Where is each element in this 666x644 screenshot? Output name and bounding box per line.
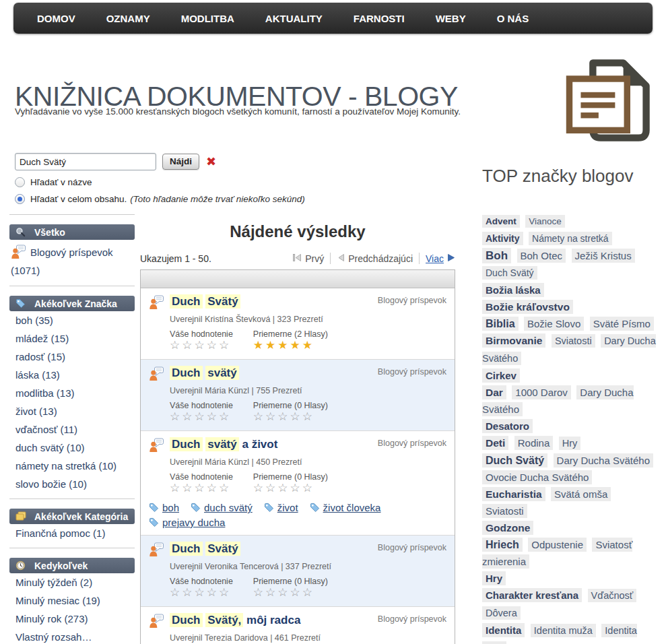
star-icon[interactable]: ☆ [265, 410, 277, 423]
blog-tag[interactable]: Godzone [482, 521, 533, 535]
radio-search-title[interactable] [15, 177, 25, 187]
filter-item[interactable]: mládež (15) [9, 329, 135, 348]
result-tag-link[interactable]: duch svätý [191, 502, 253, 513]
radio-search-content[interactable] [15, 194, 25, 204]
pagination-first[interactable]: Prvý [292, 253, 324, 264]
search-button[interactable]: Nájdi [162, 154, 199, 170]
result-title-link[interactable]: Duch Svätý [170, 542, 378, 556]
blog-tag[interactable]: Deti [482, 436, 508, 450]
star-icon[interactable]: ☆ [219, 586, 231, 599]
nav-item-aktuality[interactable]: AKTUALITY [250, 13, 338, 24]
filter-item[interactable]: Minulý mesiac (19) [9, 591, 135, 610]
star-icon[interactable]: ☆ [253, 482, 265, 494]
blog-tag[interactable]: Identita muža [531, 624, 596, 637]
star-icon[interactable]: ☆ [207, 586, 219, 599]
filter-item[interactable]: námety na stretká (10) [9, 457, 135, 475]
rating-stars[interactable]: ★★★★★ [253, 339, 328, 352]
blog-tag[interactable]: Božie kráľovstvo [482, 300, 573, 314]
star-icon[interactable]: ☆ [170, 339, 182, 352]
star-icon[interactable]: ☆ [182, 586, 194, 599]
blog-tag[interactable]: Vďačnosť [588, 589, 637, 602]
result-title-link[interactable]: Duch svätý [170, 366, 378, 381]
blog-tag[interactable]: Birmovanie [482, 333, 545, 348]
filter-item[interactable]: láska (13) [9, 366, 135, 384]
blog-tag[interactable]: Dar [482, 385, 506, 399]
star-icon[interactable]: ☆ [277, 586, 290, 599]
filter-header-all[interactable]: Všetko [9, 224, 135, 240]
blog-tag[interactable]: Boh [482, 248, 511, 263]
star-icon[interactable]: ☆ [182, 410, 194, 423]
blog-tag[interactable]: Advent [482, 215, 520, 228]
star-icon[interactable]: ★ [302, 339, 314, 352]
filter-item[interactable]: Finančná pomoc (1) [9, 524, 135, 542]
blog-tag[interactable]: Sväté Písmo [590, 317, 654, 331]
rating-stars[interactable]: ☆☆☆☆☆ [170, 482, 233, 495]
blog-tag[interactable]: Charakter kresťana [482, 588, 582, 602]
filter-item[interactable]: Minulý rok (273) [9, 610, 135, 628]
star-icon[interactable]: ☆ [170, 482, 182, 494]
star-icon[interactable]: ★ [265, 339, 277, 352]
star-icon[interactable]: ☆ [290, 586, 302, 599]
star-icon[interactable]: ☆ [207, 339, 219, 352]
blog-tag[interactable]: Aktivity [482, 232, 523, 245]
nav-item-o-n-s[interactable]: O NÁS [481, 13, 545, 24]
star-icon[interactable]: ☆ [253, 586, 265, 599]
blog-tag[interactable]: Rodina [514, 436, 554, 450]
star-icon[interactable]: ☆ [195, 410, 207, 423]
star-icon[interactable]: ☆ [290, 482, 302, 494]
filter-item[interactable]: Vlastný rozsah… [9, 628, 135, 644]
blog-tag[interactable]: Vianoce [525, 215, 565, 228]
result-tag-link[interactable]: boh [149, 502, 179, 513]
star-icon[interactable]: ☆ [302, 482, 314, 494]
rating-stars[interactable]: ☆☆☆☆☆ [253, 482, 328, 495]
star-icon[interactable]: ☆ [207, 410, 219, 423]
blog-tag[interactable]: Božia láska [482, 283, 544, 297]
filter-item[interactable]: duch svätý (10) [9, 439, 135, 457]
filter-item-blog-posts[interactable]: Blogový príspevok (1071) [9, 240, 135, 280]
star-icon[interactable]: ☆ [195, 482, 207, 494]
nav-item-modlitba[interactable]: MODLITBA [166, 13, 250, 24]
blog-tag[interactable]: Ježiš Kristus [572, 249, 635, 263]
filter-item[interactable]: modlitba (13) [9, 384, 135, 402]
star-icon[interactable]: ★ [290, 339, 302, 352]
star-icon[interactable]: ☆ [182, 339, 194, 352]
filter-item[interactable]: vďačnosť (11) [9, 420, 135, 439]
star-icon[interactable]: ☆ [277, 410, 290, 423]
blog-tag[interactable]: Hry [482, 571, 506, 585]
star-icon[interactable]: ☆ [219, 339, 231, 352]
star-icon[interactable]: ☆ [170, 586, 182, 599]
star-icon[interactable]: ☆ [195, 586, 207, 599]
star-icon[interactable]: ☆ [265, 482, 277, 494]
pagination-previous[interactable]: Predchádzajúci [337, 253, 413, 264]
star-icon[interactable]: ☆ [170, 410, 182, 423]
blog-tag[interactable]: Sviatosti [482, 504, 527, 518]
star-icon[interactable]: ☆ [207, 482, 219, 494]
blog-tag[interactable]: Identita [482, 623, 525, 637]
rating-stars[interactable]: ☆☆☆☆☆ [170, 410, 233, 424]
blog-tag[interactable]: Desatoro [482, 419, 533, 433]
filter-header-tag[interactable]: Akékoľvek Značka [9, 296, 135, 311]
blog-tag[interactable]: Dôvera [482, 606, 521, 620]
star-icon[interactable]: ☆ [219, 410, 231, 423]
blog-tag[interactable]: Odpustenie [528, 538, 587, 552]
blog-tag[interactable]: Eucharistia [482, 487, 545, 501]
pagination-more[interactable]: Viac [426, 253, 455, 264]
filter-item[interactable]: boh (35) [9, 311, 135, 329]
blog-tag[interactable]: Boh Otec [517, 249, 566, 263]
blog-tag[interactable]: Božie Slovo [524, 317, 584, 331]
filter-item[interactable]: radosť (15) [9, 348, 135, 366]
result-title-link[interactable]: Duch Svätý [170, 294, 378, 309]
blog-tag[interactable]: Duch Svätý [482, 453, 547, 468]
star-icon[interactable]: ☆ [253, 410, 265, 423]
star-icon[interactable]: ☆ [277, 482, 290, 494]
result-title-link[interactable]: Duch Svätý, môj radca [170, 613, 378, 628]
result-tag-link[interactable]: prejavy ducha [149, 517, 225, 528]
result-tag-link[interactable]: život človeka [310, 502, 381, 513]
nav-item-domov[interactable]: DOMOV [22, 13, 91, 24]
star-icon[interactable]: ☆ [290, 410, 302, 423]
blog-tag[interactable]: Duch Svätý [482, 266, 537, 280]
search-input[interactable] [15, 153, 156, 170]
rating-stars[interactable]: ☆☆☆☆☆ [170, 339, 233, 352]
filter-item[interactable]: Minulý týždeň (2) [9, 573, 135, 591]
blog-tag[interactable]: Dary Ducha Svätého [554, 453, 653, 468]
